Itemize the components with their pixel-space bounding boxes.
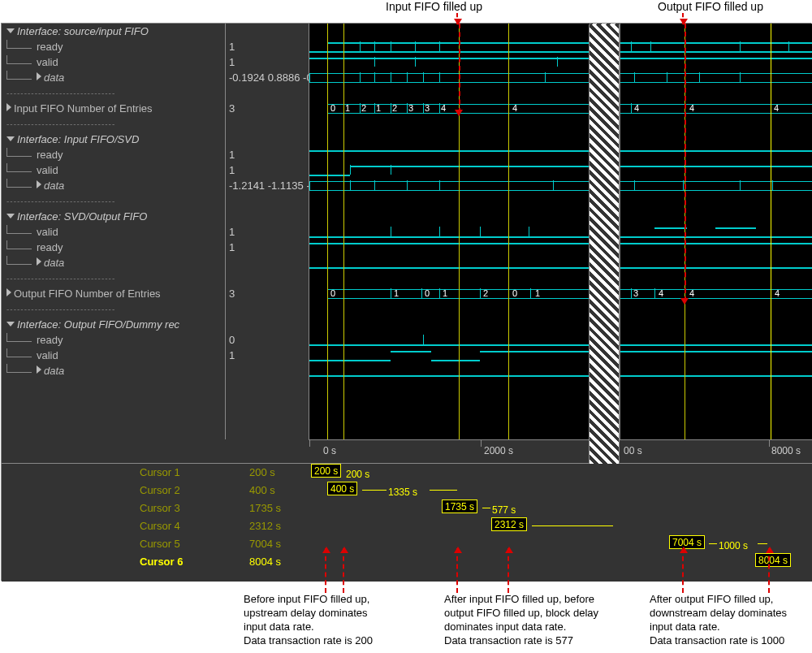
signal-data[interactable]: data: [2, 255, 225, 270]
expand-icon[interactable]: [37, 365, 41, 374]
value-valid: 1: [226, 224, 309, 240]
interface-svd-output[interactable]: Interface: SVD/Output FIFO: [2, 209, 225, 224]
time-ruler[interactable]: 0 s 2000 s 00 s 8000 s: [309, 439, 812, 463]
cursor-1-name[interactable]: Cursor 1: [140, 464, 180, 482]
waveform-area[interactable]: 0 1 2 1 2 3 3 4 4 4 4 4: [309, 24, 812, 439]
red-arrow-input-fifo: [459, 24, 460, 113]
signal-ready[interactable]: ready: [2, 147, 225, 162]
signal-data[interactable]: data: [2, 363, 225, 378]
red-arrow-output-fifo: [685, 24, 686, 301]
interface-source[interactable]: Interface: source/input FIFO: [2, 24, 225, 39]
signal-data[interactable]: data: [2, 70, 225, 85]
signal-values-panel[interactable]: 1 1 -0.1924 0.8886 -0. 3 1 1 -1.2141 -1.…: [226, 24, 309, 439]
arrow-head-icon: [680, 298, 689, 309]
arrow-icon: [768, 548, 770, 593]
signal-valid[interactable]: valid: [2, 162, 225, 178]
signal-ready[interactable]: ready: [2, 240, 225, 255]
divider: -------------------------------: [2, 116, 225, 132]
annotation-3: After output FIFO filled up, downstream …: [650, 592, 808, 647]
cursor-2-line[interactable]: [343, 24, 344, 439]
cursor-6-name[interactable]: Cursor 6: [140, 553, 183, 571]
value-output-entries: 3: [226, 286, 309, 301]
annotation-2: After input FIFO filled up, before outpu…: [444, 592, 627, 647]
time-gap-icon: [589, 24, 620, 464]
cursor-panel[interactable]: Cursor 1 200 s 200 s 200 s Cursor 2 400 …: [2, 463, 812, 582]
waveform-viewer: Interface: source/input FIFO ready valid…: [1, 23, 811, 581]
arrow-icon: [456, 13, 458, 24]
annotation-1: Before input FIFO filled up, upstream de…: [244, 592, 410, 647]
value-data: -0.1924 0.8886 -0.: [226, 70, 309, 85]
arrow-head-icon: [455, 110, 463, 120]
divider: -------------------------------: [2, 193, 225, 209]
divider: -------------------------------: [2, 301, 225, 317]
signal-valid[interactable]: valid: [2, 54, 225, 70]
divider: -------------------------------: [2, 270, 225, 286]
arrow-icon: [682, 548, 684, 593]
value-valid: 1: [226, 348, 309, 363]
divider: -------------------------------: [2, 85, 225, 101]
cursor-6-box[interactable]: 8004 s: [755, 553, 791, 567]
cursor-4-line[interactable]: [508, 24, 509, 439]
cursor-1-box[interactable]: 200 s: [311, 464, 341, 478]
cursor-4-name[interactable]: Cursor 4: [140, 517, 180, 535]
value-ready: 1: [226, 147, 309, 162]
arrow-icon: [456, 548, 458, 593]
label-input-fifo-filled: Input FIFO filled up: [386, 0, 482, 13]
value-ready: 1: [226, 240, 309, 255]
cursor-3-name[interactable]: Cursor 3: [140, 499, 180, 517]
value-valid: 1: [226, 162, 309, 178]
cursor-6-line[interactable]: [771, 24, 771, 439]
signal-input-fifo-entries[interactable]: Input FIFO Number of Entries: [2, 101, 225, 116]
expand-icon[interactable]: [37, 72, 41, 80]
expand-icon[interactable]: [37, 257, 41, 266]
expand-icon[interactable]: [37, 180, 41, 188]
cursor-5-name[interactable]: Cursor 5: [140, 535, 180, 553]
expand-icon[interactable]: [6, 103, 11, 111]
cursor-3-box[interactable]: 1735 s: [442, 499, 477, 513]
value-valid: 1: [226, 54, 309, 70]
signal-ready[interactable]: ready: [2, 39, 225, 54]
signal-names-panel[interactable]: Interface: source/input FIFO ready valid…: [2, 24, 226, 439]
cursor-4-box[interactable]: 2312 s: [491, 517, 527, 531]
signal-valid[interactable]: valid: [2, 348, 225, 363]
arrow-icon: [508, 548, 509, 593]
interface-input-svd[interactable]: Interface: Input FIFO/SVD: [2, 132, 225, 147]
cursor-1-line[interactable]: [327, 24, 328, 439]
arrow-icon: [325, 548, 326, 593]
value-ready: 0: [226, 332, 309, 348]
signal-output-fifo-entries[interactable]: Output FIFO Number of Entries: [2, 286, 225, 301]
signal-ready[interactable]: ready: [2, 332, 225, 348]
expand-icon[interactable]: [6, 288, 11, 296]
signal-data[interactable]: data: [2, 178, 225, 193]
cursor-2-box[interactable]: 400 s: [327, 482, 357, 495]
value-ready: 1: [226, 39, 309, 54]
signal-valid[interactable]: valid: [2, 224, 225, 240]
cursor-2-name[interactable]: Cursor 2: [140, 482, 180, 499]
value-input-entries: 3: [226, 101, 309, 116]
arrow-icon: [682, 13, 684, 24]
arrow-icon: [343, 548, 344, 593]
value-data: -1.2141 -1.1135 -0: [226, 178, 309, 193]
label-output-fifo-filled: Output FIFO filled up: [658, 0, 763, 13]
interface-output-dummy[interactable]: Interface: Output FIFO/Dummy rec: [2, 317, 225, 332]
